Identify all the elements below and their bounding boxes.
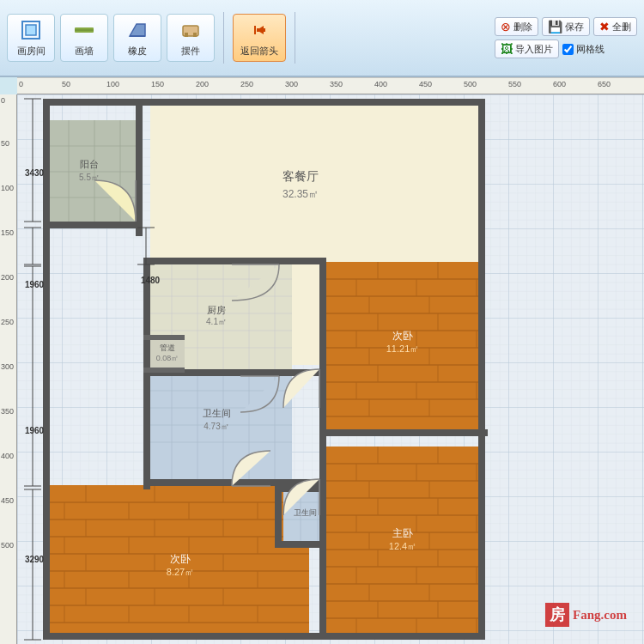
ruler-mark-500: 500 (464, 80, 477, 88)
svg-text:0.08㎡: 0.08㎡ (156, 354, 179, 362)
svg-rect-159 (43, 222, 143, 228)
svg-rect-1 (26, 25, 36, 35)
eraser-label: 橡皮 (128, 45, 147, 58)
ruler-mark-600: 600 (553, 80, 566, 88)
clear-all-label: 全删 (612, 21, 631, 33)
ruler-container: 0 50 100 150 200 250 300 350 400 450 500… (0, 77, 644, 644)
svg-text:4.73㎡: 4.73㎡ (204, 422, 228, 431)
v-ruler-mark-450: 450 (1, 496, 14, 505)
ruler-mark-450: 450 (419, 80, 432, 88)
furniture-button[interactable]: 摆件 (167, 14, 215, 62)
toolbar-separator-1 (223, 12, 224, 64)
v-ruler-mark-400: 400 (1, 452, 14, 460)
v-ruler-mark-0: 0 (1, 96, 5, 105)
svg-rect-156 (478, 99, 485, 640)
toolbar: 画房间 画墙 橡皮 摆件 (0, 0, 644, 77)
watermark-domain: Fang.com (573, 608, 627, 623)
v-ruler-mark-100: 100 (1, 184, 14, 192)
v-ruler-mark-350: 350 (1, 407, 14, 416)
svg-marker-4 (130, 24, 145, 36)
eraser-button[interactable]: 橡皮 (113, 14, 161, 62)
import-icon: 🖼 (501, 42, 513, 56)
grid-label: 网格线 (576, 43, 605, 56)
delete-button[interactable]: ⊗ 删除 (495, 17, 538, 36)
canvas-area[interactable]: 客餐厅 32.35㎡ 阳台 5.5㎡ 厨房 4.1㎡ 卫生间 4.73㎡ 管道 … (17, 94, 644, 644)
ruler-mark-650: 650 (598, 80, 611, 88)
clear-all-button[interactable]: ✖ 全删 (593, 17, 637, 36)
watermark-brand-char: 房 (545, 603, 569, 627)
svg-text:8.27㎡: 8.27㎡ (167, 567, 194, 577)
svg-rect-155 (43, 99, 50, 640)
svg-text:4.1㎡: 4.1㎡ (206, 317, 227, 326)
back-arrow-label: 返回箭头 (240, 45, 278, 58)
save-icon: 💾 (548, 20, 562, 33)
eraser-icon (125, 18, 149, 42)
svg-text:厨房: 厨房 (207, 305, 226, 315)
svg-text:12.4㎡: 12.4㎡ (389, 541, 416, 551)
svg-rect-168 (275, 485, 282, 548)
action-row-2: 🖼 导入图片 网格线 (495, 39, 637, 58)
svg-text:3430: 3430 (25, 168, 45, 178)
delete-label: 删除 (513, 21, 532, 33)
action-row-1: ⊗ 删除 💾 保存 ✖ 全删 (495, 17, 637, 36)
svg-rect-169 (143, 335, 185, 340)
svg-rect-7 (185, 33, 188, 37)
delete-icon: ⊗ (501, 20, 511, 33)
svg-rect-9 (257, 28, 265, 32)
svg-rect-158 (136, 99, 143, 236)
svg-text:1480: 1480 (141, 276, 161, 285)
svg-text:卫生间: 卫生间 (294, 508, 317, 517)
svg-rect-8 (193, 33, 197, 37)
v-ruler-mark-300: 300 (1, 362, 14, 371)
svg-text:阳台: 阳台 (80, 159, 99, 169)
draw-wall-icon (72, 18, 96, 42)
back-arrow-button[interactable]: 返回箭头 (233, 14, 286, 62)
svg-text:主卧: 主卧 (392, 527, 413, 539)
watermark: 房 Fang.com (545, 603, 627, 627)
svg-rect-160 (319, 258, 326, 640)
grid-checkbox[interactable] (562, 44, 574, 55)
svg-text:1960: 1960 (25, 280, 45, 289)
ruler-mark-250: 250 (240, 80, 253, 88)
toolbar-separator-2 (295, 12, 295, 64)
draw-wall-button[interactable]: 画墙 (60, 14, 108, 62)
ruler-mark-350: 350 (330, 80, 343, 88)
draw-room-icon (19, 18, 43, 42)
ruler-mark-50: 50 (62, 80, 70, 88)
svg-rect-170 (143, 368, 185, 373)
draw-room-label: 画房间 (17, 45, 46, 58)
svg-text:11.21㎡: 11.21㎡ (386, 343, 420, 354)
action-toolbar: ⊗ 删除 💾 保存 ✖ 全删 🖼 导入图片 网格线 (495, 17, 637, 58)
back-arrow-icon (247, 18, 271, 42)
vertical-ruler: 0 50 100 150 200 250 300 350 400 450 500 (0, 94, 17, 644)
svg-text:5.5㎡: 5.5㎡ (79, 173, 100, 182)
svg-rect-165 (319, 429, 488, 436)
v-ruler-mark-200: 200 (1, 273, 14, 282)
v-ruler-mark-50: 50 (1, 139, 9, 148)
import-image-button[interactable]: 🖼 导入图片 (495, 39, 559, 58)
svg-rect-161 (143, 258, 326, 264)
svg-text:卫生间: 卫生间 (203, 408, 231, 418)
grid-checkbox-label[interactable]: 网格线 (562, 43, 605, 56)
ruler-mark-400: 400 (374, 80, 387, 88)
v-ruler-mark-150: 150 (1, 228, 14, 237)
draw-wall-label: 画墙 (75, 45, 94, 58)
svg-text:管道: 管道 (160, 343, 175, 352)
save-button[interactable]: 💾 保存 (542, 17, 590, 36)
save-label: 保存 (565, 21, 584, 33)
svg-text:1960: 1960 (25, 426, 45, 435)
ruler-mark-200: 200 (196, 80, 209, 88)
draw-room-button[interactable]: 画房间 (7, 14, 55, 62)
v-ruler-mark-500: 500 (1, 541, 14, 550)
svg-text:次卧: 次卧 (170, 553, 191, 565)
svg-rect-157 (43, 633, 485, 640)
svg-text:3290: 3290 (25, 555, 45, 564)
ruler-mark-300: 300 (285, 80, 298, 88)
floorplan-svg: 客餐厅 32.35㎡ 阳台 5.5㎡ 厨房 4.1㎡ 卫生间 4.73㎡ 管道 … (17, 94, 644, 644)
ruler-mark-550: 550 (508, 80, 521, 88)
svg-text:客餐厅: 客餐厅 (283, 169, 319, 183)
furniture-icon (179, 18, 203, 42)
svg-text:32.35㎡: 32.35㎡ (283, 188, 319, 200)
svg-rect-167 (275, 541, 326, 548)
ruler-mark-150: 150 (151, 80, 164, 88)
